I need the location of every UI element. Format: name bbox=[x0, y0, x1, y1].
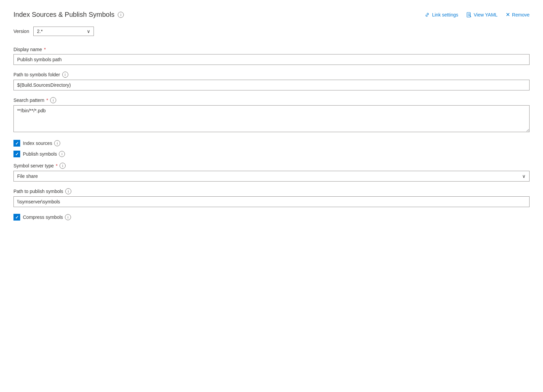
index-sources-check-icon: ✓ bbox=[15, 141, 19, 146]
title-info-icon[interactable]: i bbox=[118, 12, 124, 18]
path-symbols-folder-group: Path to symbols folder i bbox=[13, 72, 530, 90]
symbol-server-type-label: Symbol server type bbox=[13, 163, 54, 168]
symbol-server-type-label-row: Symbol server type * i bbox=[13, 163, 530, 169]
symbol-server-type-group: Symbol server type * i File share Azure … bbox=[13, 163, 530, 182]
path-symbols-folder-input[interactable] bbox=[13, 80, 530, 90]
display-name-required: * bbox=[44, 47, 46, 52]
path-symbols-folder-info-icon[interactable]: i bbox=[62, 72, 68, 78]
compress-symbols-label: Compress symbols bbox=[23, 214, 63, 220]
search-pattern-input[interactable]: **/bin/**/*.pdb bbox=[13, 105, 530, 132]
path-publish-symbols-label: Path to publish symbols bbox=[13, 189, 63, 194]
search-pattern-label: Search pattern bbox=[13, 97, 44, 103]
header-actions: Link settings View YAML ✕ Remove bbox=[425, 11, 530, 18]
link-settings-label: Link settings bbox=[432, 12, 458, 17]
display-name-label-row: Display name * bbox=[13, 47, 530, 52]
path-symbols-folder-label: Path to symbols folder bbox=[13, 72, 60, 77]
symbol-server-type-info-icon[interactable]: i bbox=[60, 163, 66, 169]
index-sources-label: Index sources bbox=[23, 141, 52, 146]
view-yaml-button[interactable]: View YAML bbox=[466, 12, 498, 17]
path-publish-symbols-input[interactable] bbox=[13, 196, 530, 207]
version-value: 2.* bbox=[37, 29, 43, 34]
symbol-server-type-select-wrapper: File share Azure Artifacts ∨ bbox=[13, 171, 530, 182]
display-name-input[interactable] bbox=[13, 54, 530, 65]
publish-symbols-label-group: Publish symbols i bbox=[23, 151, 65, 157]
path-publish-symbols-label-row: Path to publish symbols i bbox=[13, 188, 530, 194]
display-name-group: Display name * bbox=[13, 47, 530, 65]
index-sources-label-group: Index sources i bbox=[23, 140, 60, 146]
publish-symbols-label: Publish symbols bbox=[23, 151, 57, 157]
compress-symbols-label-group: Compress symbols i bbox=[23, 214, 71, 220]
search-pattern-info-icon[interactable]: i bbox=[50, 97, 56, 103]
version-label: Version bbox=[13, 29, 29, 34]
compress-symbols-info-icon[interactable]: i bbox=[65, 214, 71, 220]
publish-symbols-check-icon: ✓ bbox=[15, 152, 19, 157]
path-publish-symbols-group: Path to publish symbols i bbox=[13, 188, 530, 207]
compress-symbols-check-icon: ✓ bbox=[15, 215, 19, 220]
page-header: Index Sources & Publish Symbols i Link s… bbox=[13, 11, 530, 18]
page-title: Index Sources & Publish Symbols bbox=[13, 11, 114, 18]
link-settings-button[interactable]: Link settings bbox=[425, 12, 458, 17]
index-sources-info-icon[interactable]: i bbox=[54, 140, 60, 146]
index-sources-row: ✓ Index sources i bbox=[13, 140, 530, 147]
remove-label: Remove bbox=[512, 12, 530, 17]
path-symbols-folder-label-row: Path to symbols folder i bbox=[13, 72, 530, 78]
compress-symbols-checkbox[interactable]: ✓ bbox=[13, 214, 20, 221]
publish-symbols-info-icon[interactable]: i bbox=[59, 151, 65, 157]
view-yaml-label: View YAML bbox=[474, 12, 498, 17]
remove-icon: ✕ bbox=[506, 11, 510, 18]
search-pattern-group: Search pattern * i **/bin/**/*.pdb bbox=[13, 97, 530, 133]
version-chevron-icon: ∨ bbox=[87, 29, 90, 34]
header-left: Index Sources & Publish Symbols i bbox=[13, 11, 124, 18]
publish-symbols-row: ✓ Publish symbols i bbox=[13, 151, 530, 157]
path-publish-symbols-info-icon[interactable]: i bbox=[65, 188, 71, 194]
yaml-icon bbox=[466, 12, 472, 17]
symbol-server-type-required: * bbox=[56, 163, 58, 168]
search-pattern-required: * bbox=[46, 97, 48, 103]
link-icon bbox=[425, 12, 430, 17]
version-row: Version 2.* ∨ bbox=[13, 27, 530, 36]
version-select[interactable]: 2.* ∨ bbox=[33, 27, 94, 36]
display-name-label: Display name bbox=[13, 47, 42, 52]
symbol-server-type-select[interactable]: File share Azure Artifacts bbox=[13, 171, 530, 182]
index-sources-checkbox[interactable]: ✓ bbox=[13, 140, 20, 147]
publish-symbols-checkbox[interactable]: ✓ bbox=[13, 151, 20, 157]
compress-symbols-row: ✓ Compress symbols i bbox=[13, 214, 530, 221]
search-pattern-label-row: Search pattern * i bbox=[13, 97, 530, 103]
remove-button[interactable]: ✕ Remove bbox=[506, 11, 530, 18]
